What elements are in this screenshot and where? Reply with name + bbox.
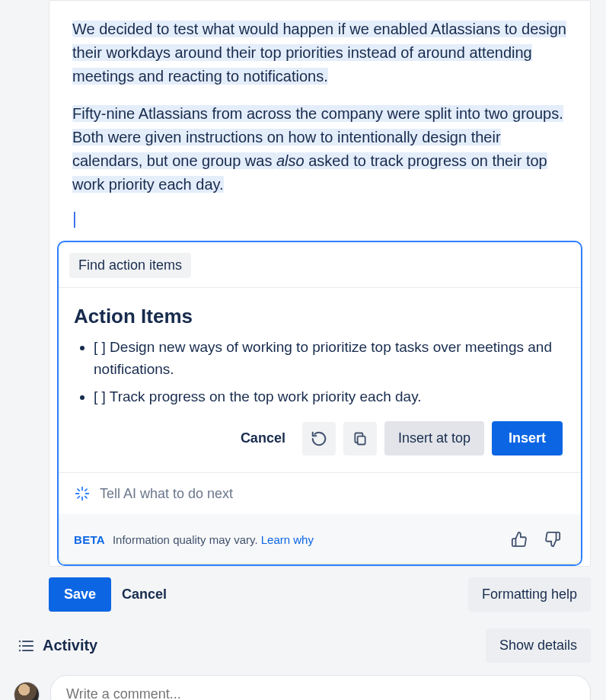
svg-point-11 [19, 645, 21, 647]
page-root: We decided to test what would happen if … [0, 0, 606, 700]
avatar[interactable] [14, 682, 40, 700]
copy-icon [352, 431, 368, 446]
ai-followup-row[interactable]: Tell AI what to do next [59, 472, 581, 514]
ai-panel-footer: BETA Information quality may vary. Learn… [59, 514, 581, 564]
svg-rect-0 [358, 436, 365, 444]
thumbs-up-icon [511, 531, 528, 548]
comment-row [14, 675, 591, 700]
ai-followup-placeholder: Tell AI what to do next [100, 486, 233, 502]
ai-assist-panel: Find action items Action Items [ ] Desig… [57, 241, 582, 566]
ai-action-items-list: [ ] Design new ways of working to priori… [74, 336, 566, 408]
ai-response-body: Action Items [ ] Design new ways of work… [59, 288, 581, 472]
thumbs-down-icon [544, 531, 561, 548]
svg-line-6 [85, 497, 87, 498]
learn-why-link[interactable]: Learn why [261, 533, 314, 546]
editor-toolbar: Save Cancel Formatting help [49, 577, 591, 612]
content-paragraph-2[interactable]: Fifty-nine Atlassians from across the co… [49, 102, 590, 197]
insert-button[interactable]: Insert [492, 421, 563, 455]
comment-input[interactable] [50, 675, 591, 700]
content-paragraph-1[interactable]: We decided to test what would happen if … [49, 18, 590, 88]
highlighted-emphasis: also [276, 152, 305, 169]
svg-line-8 [85, 489, 87, 491]
text-cursor: | [49, 210, 590, 233]
thumbs-down-button[interactable] [540, 526, 566, 552]
ai-response-heading: Action Items [74, 305, 566, 328]
ai-prompt-chip[interactable]: Find action items [69, 253, 191, 278]
insert-at-top-button[interactable]: Insert at top [384, 421, 484, 455]
svg-line-5 [78, 489, 79, 491]
save-button[interactable]: Save [49, 577, 111, 612]
activity-label: Activity [43, 637, 97, 654]
show-details-button[interactable]: Show details [486, 628, 591, 663]
ai-panel-header: Find action items [59, 242, 581, 288]
list-item: [ ] Design new ways of working to priori… [94, 336, 566, 381]
activity-section-header: Activity Show details [17, 628, 591, 663]
activity-icon [17, 637, 35, 655]
formatting-help-button[interactable]: Formatting help [468, 577, 591, 612]
thumbs-up-button[interactable] [506, 526, 532, 552]
disclaimer-label: Information quality may vary. [113, 533, 258, 546]
highlighted-text: We decided to test what would happen if … [72, 21, 566, 85]
svg-point-9 [19, 641, 21, 642]
cancel-button[interactable]: Cancel [231, 423, 295, 454]
list-item: [ ] Track progress on the top work prior… [94, 385, 566, 408]
beta-badge: BETA [74, 533, 105, 546]
svg-line-7 [78, 497, 79, 498]
ai-action-row: Cancel Insert at top Insert [74, 421, 566, 462]
ai-spark-icon [74, 485, 91, 502]
retry-button[interactable] [302, 422, 336, 455]
editor-panel: We decided to test what would happen if … [49, 0, 591, 567]
ai-disclaimer-text: Information quality may vary. Learn why [113, 533, 314, 546]
undo-icon [311, 430, 327, 447]
svg-point-13 [19, 650, 21, 651]
copy-button[interactable] [343, 422, 377, 455]
cancel-button[interactable]: Cancel [122, 587, 167, 603]
